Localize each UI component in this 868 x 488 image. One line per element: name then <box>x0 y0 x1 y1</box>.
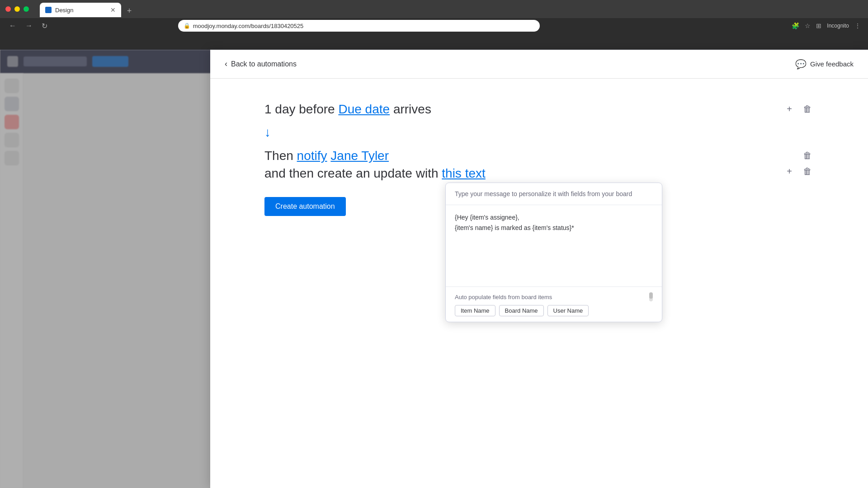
delete-rule-1-btn[interactable]: 🗑 <box>801 102 814 116</box>
arrow-down-icon: ↓ <box>264 125 814 140</box>
chip-item-name[interactable]: Item Name <box>455 305 495 316</box>
bookmark-star-btn[interactable]: ☆ <box>805 22 811 29</box>
window-close-btn[interactable] <box>5 6 11 12</box>
add-condition-btn[interactable]: + <box>785 102 794 116</box>
modal-header: ‹ Back to automations 💬 Give feedback <box>210 50 868 79</box>
window-controls <box>5 6 29 12</box>
tab-bar: Design ✕ + <box>36 1 139 17</box>
app-background: Design ‹ Back to automations 💬 Give feed… <box>0 50 868 488</box>
rule-row-1: 1 day before Due date arrives + 🗑 <box>264 100 814 118</box>
rule-link-jane-tyler[interactable]: Jane Tyler <box>330 149 389 163</box>
chip-user-name[interactable]: User Name <box>547 305 589 316</box>
tab-close-btn[interactable]: ✕ <box>110 6 116 14</box>
add-action-btn[interactable]: + <box>785 164 794 178</box>
window-maximize-btn[interactable] <box>24 6 29 12</box>
rule-text-1: 1 day before Due date arrives <box>264 100 431 118</box>
give-feedback-label: Give feedback <box>810 60 854 68</box>
address-url: moodjoy.monday.com/boards/1830420525 <box>193 23 304 29</box>
more-options-btn[interactable]: ⋮ <box>854 22 861 29</box>
rule-text-2: Then notify Jane Tyler <box>264 147 389 164</box>
message-line1: {Hey {item's assignee}, <box>455 212 653 222</box>
browser-addressbar: ← → ↻ 🔒 moodjoy.monday.com/boards/183042… <box>0 18 868 33</box>
window-minimize-btn[interactable] <box>14 6 20 12</box>
rule-actions-2: 🗑 <box>801 149 814 163</box>
split-view-btn[interactable]: ⊞ <box>816 22 821 29</box>
tab-favicon <box>45 7 52 13</box>
popover-message: {Hey {item's assignee}, {item's name} is… <box>455 212 653 233</box>
rule-part2: arrives <box>393 102 431 116</box>
extensions-btn[interactable]: 🧩 <box>792 22 799 29</box>
rule-row-3: and then create an update with this text… <box>264 164 814 182</box>
message-popover: Type your message to personalize it with… <box>445 183 662 322</box>
rule-link-this-text[interactable]: this text <box>442 166 485 180</box>
back-to-automations-btn[interactable]: ‹ Back to automations <box>225 59 297 69</box>
profile-btn[interactable]: Incognito <box>827 23 849 29</box>
popover-footer: Auto populate fields from board items It… <box>446 286 662 322</box>
browser-chrome: Design ✕ + ← → ↻ 🔒 moodjoy.monday.com/bo… <box>0 0 868 50</box>
modal-panel: ‹ Back to automations 💬 Give feedback 1 … <box>210 50 868 488</box>
field-chips-row: Item Name Board Name User Name <box>455 305 653 316</box>
popover-body[interactable]: {Hey {item's assignee}, {item's name} is… <box>446 205 662 286</box>
feedback-icon: 💬 <box>795 59 807 70</box>
rule-text-3-content: and then create an update with this text <box>264 164 785 182</box>
rule-part1: 1 day before <box>264 102 335 116</box>
rule-link-notify[interactable]: notify <box>297 149 327 163</box>
popover-header: Type your message to personalize it with… <box>446 183 662 205</box>
forward-nav-btn[interactable]: → <box>24 20 34 32</box>
delete-rule-2-btn[interactable]: 🗑 <box>801 149 814 163</box>
active-tab[interactable]: Design ✕ <box>40 3 121 17</box>
rule-row-2: Then notify Jane Tyler 🗑 <box>264 147 814 164</box>
rule-part4: and then create an update with <box>264 166 439 180</box>
rule-actions-1: + 🗑 <box>785 102 814 116</box>
tab-label: Design <box>55 7 73 14</box>
delete-rule-3-btn[interactable]: 🗑 <box>801 164 814 178</box>
modal-content: 1 day before Due date arrives + 🗑 ↓ Then <box>210 79 868 488</box>
back-label: Back to automations <box>231 60 297 68</box>
auto-populate-label: Auto populate fields from board items <box>455 294 552 300</box>
chip-board-name[interactable]: Board Name <box>499 305 544 316</box>
back-nav-btn[interactable]: ← <box>7 20 18 32</box>
address-bar[interactable]: 🔒 moodjoy.monday.com/boards/1830420525 <box>178 20 540 32</box>
refresh-nav-btn[interactable]: ↻ <box>40 20 49 32</box>
address-lock-icon: 🔒 <box>184 23 190 29</box>
rule-part3: Then <box>264 149 293 163</box>
rule-link-due-date[interactable]: Due date <box>338 102 390 116</box>
rule-text-3: and then create an update with this text <box>264 164 785 182</box>
message-line2: {item's name} is marked as {item's statu… <box>455 223 653 233</box>
give-feedback-btn[interactable]: 💬 Give feedback <box>795 59 854 70</box>
browser-actions: 🧩 ☆ ⊞ Incognito ⋮ <box>792 22 861 29</box>
popover-header-text: Type your message to personalize it with… <box>455 190 632 197</box>
create-automation-btn[interactable]: Create automation <box>264 197 346 216</box>
browser-titlebar: Design ✕ + <box>0 0 868 18</box>
new-tab-btn[interactable]: + <box>123 5 136 17</box>
popover-scrollbar[interactable] <box>649 292 653 301</box>
rule-actions-3: + 🗑 <box>785 164 814 178</box>
back-arrow-icon: ‹ <box>225 59 227 69</box>
